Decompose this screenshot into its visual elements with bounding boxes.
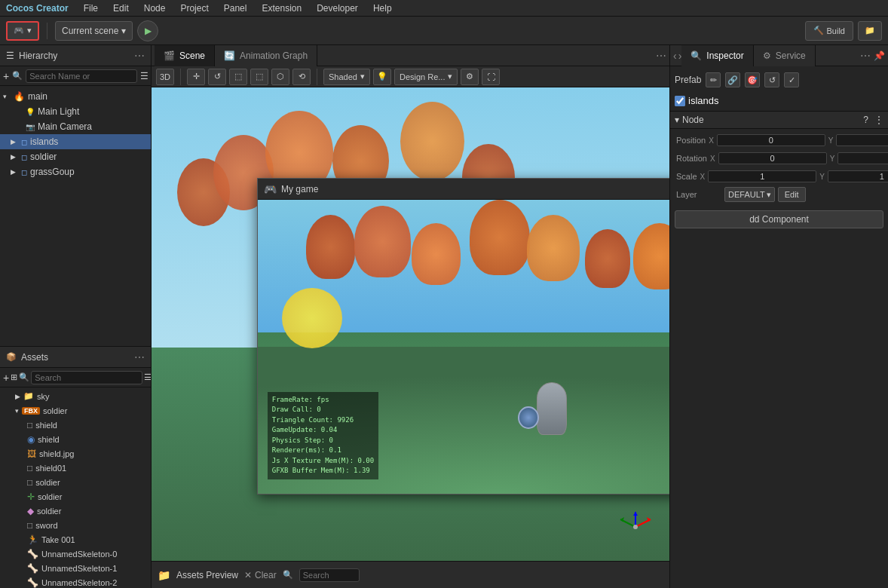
tab-scene[interactable]: 🎬 Scene: [155, 45, 215, 66]
tab-service[interactable]: ⚙ Service: [754, 45, 816, 66]
tree-item-label: islands: [30, 136, 58, 147]
design-res-select[interactable]: Design Re... ▾: [394, 69, 458, 85]
hierarchy-menu-button[interactable]: ⋯: [134, 50, 145, 62]
assets-layout-icon[interactable]: ⊞: [11, 372, 17, 382]
3d-toggle-button[interactable]: 3D: [156, 69, 174, 85]
asset-item-sword[interactable]: □ sword: [0, 518, 151, 532]
menu-file[interactable]: File: [81, 2, 101, 15]
rotation-x-input[interactable]: [718, 152, 827, 164]
prefab-refresh-button[interactable]: ↺: [764, 72, 779, 87]
game-canvas[interactable]: FrameRate: fps Draw Call: 0 Triangle Cou…: [258, 200, 669, 494]
scale-tool-button[interactable]: ⬚: [229, 69, 247, 85]
hierarchy-add-icon[interactable]: +: [3, 70, 9, 82]
tree-item-main-camera[interactable]: 📷 Main Camera: [0, 119, 151, 134]
rect-tool-button[interactable]: ⬚: [250, 69, 268, 85]
scene-view[interactable]: 🎮 My game ─ □ ✕: [152, 87, 669, 561]
menu-developer[interactable]: Developer: [314, 2, 361, 15]
light-toggle-button[interactable]: 💡: [373, 69, 391, 85]
asset-item-shield-jpg[interactable]: 🖼 shield.jpg: [0, 446, 151, 461]
tree-item-main-light[interactable]: 💡 Main Light: [0, 104, 151, 119]
scale-icon: ⬚: [234, 72, 242, 81]
position-y-input[interactable]: [836, 134, 888, 146]
shading-select[interactable]: Shaded ▾: [323, 69, 370, 85]
tab-inspector[interactable]: 🔍 Inspector: [681, 45, 753, 66]
asset-item-unnamed1[interactable]: 🦴 UnnamedSkeleton-1: [0, 561, 151, 575]
settings-button[interactable]: ⚙: [461, 69, 479, 85]
scene-tabs-menu-button[interactable]: ⋯: [656, 50, 666, 62]
fullscreen-button[interactable]: ⛶: [482, 69, 500, 85]
pin-icon[interactable]: 📌: [874, 51, 885, 61]
scene-selector[interactable]: Current scene ▾: [55, 21, 133, 41]
menu-panel[interactable]: Panel: [221, 2, 250, 15]
main-node-icon: 🔥: [14, 91, 25, 102]
prefab-edit-button[interactable]: ✏: [706, 72, 721, 87]
game-tree-1: [306, 215, 355, 279]
layer-value: DEFAULT: [728, 190, 765, 199]
game-tree-3: [412, 223, 461, 285]
menu-extension[interactable]: Extension: [259, 2, 305, 15]
node-section-menu[interactable]: ⋮: [874, 115, 883, 125]
snap-tool-button[interactable]: ⟲: [292, 69, 311, 85]
position-x-input[interactable]: [717, 134, 825, 146]
tree-item-islands[interactable]: ▶ ◻ islands: [0, 134, 151, 149]
asset-item-take001[interactable]: 🏃 Take 001: [0, 532, 151, 547]
assets-preview-search[interactable]: [299, 568, 360, 582]
rotate-tool-button[interactable]: ↺: [208, 69, 226, 85]
game-mode-button[interactable]: 🎮 ▾: [6, 21, 39, 41]
hierarchy-list-icon[interactable]: ☰: [140, 71, 149, 81]
add-component-button[interactable]: dd Component: [675, 210, 883, 228]
asset-item-soldier3[interactable]: ◆ soldier: [0, 504, 151, 518]
prefab-check-button[interactable]: ✓: [784, 72, 799, 87]
assets-list-view-icon[interactable]: ☰: [144, 372, 152, 382]
scale-x-input[interactable]: [708, 170, 816, 182]
refresh-icon: ↺: [769, 75, 776, 85]
play-button[interactable]: ▶: [137, 20, 158, 41]
layer-edit-button[interactable]: Edit: [778, 187, 806, 202]
game-window-title: My game: [281, 184, 669, 194]
rotation-y-input[interactable]: [837, 152, 888, 164]
layer-select[interactable]: DEFAULT ▾: [724, 187, 775, 202]
prefab-link-button[interactable]: 🔗: [725, 72, 740, 87]
asset-item-shield2[interactable]: ◉ shield: [0, 432, 151, 446]
asset-item-unnamed0[interactable]: 🦴 UnnamedSkeleton-0: [0, 547, 151, 561]
node-visible-checkbox[interactable]: [675, 96, 685, 106]
asset-item-soldier1[interactable]: □ soldier: [0, 475, 151, 489]
rotation-label: Rotation: [676, 154, 707, 163]
help-icon[interactable]: ?: [863, 115, 868, 125]
material-icon: ◆: [27, 506, 34, 516]
snap-icon: ⟲: [299, 72, 305, 81]
asset-item-unnamed2[interactable]: 🦴 UnnamedSkeleton-2: [0, 575, 151, 588]
asset-item-shield01[interactable]: □ shield01: [0, 461, 151, 475]
inspector-back-button[interactable]: ‹: [673, 50, 677, 62]
transform-tool-button[interactable]: ⬡: [271, 69, 289, 85]
hierarchy-search-input[interactable]: [26, 69, 137, 83]
main-camera-icon: 📷: [26, 123, 35, 131]
clear-button[interactable]: ✕ Clear: [244, 570, 277, 580]
toolbar-sep: [180, 69, 181, 85]
translate-tool-button[interactable]: ✛: [187, 69, 205, 85]
menu-project[interactable]: Project: [177, 2, 211, 15]
menu-node[interactable]: Node: [141, 2, 169, 15]
prefab-locate-button[interactable]: 🎯: [745, 72, 760, 87]
asset-item-soldier-fbx[interactable]: ▾ FBX soldier: [0, 403, 151, 418]
asset-item-soldier2[interactable]: ✛ soldier: [0, 489, 151, 504]
build-button[interactable]: 🔨 Build: [805, 21, 853, 41]
tree-item-soldier[interactable]: ▶ ◻ soldier: [0, 149, 151, 164]
tab-anim-graph[interactable]: 🔄 Animation Graph: [215, 45, 317, 66]
tree-item-label: main: [28, 91, 47, 102]
folder-button[interactable]: 📁: [858, 21, 882, 41]
node-section-arrow[interactable]: ▾: [675, 115, 679, 125]
scale-y-input[interactable]: [828, 170, 888, 182]
asset-item-shield1[interactable]: □ shield: [0, 418, 151, 432]
node-name-label: islands: [688, 95, 718, 106]
tree-item-main[interactable]: ▾ 🔥 main: [0, 89, 151, 104]
assets-search-input[interactable]: [31, 371, 142, 384]
tree-item-grassgoup[interactable]: ▶ ◻ grassGoup: [0, 164, 151, 179]
menu-edit[interactable]: Edit: [110, 2, 132, 15]
inspector-menu-button[interactable]: ⋯: [860, 50, 871, 62]
asset-item-sky[interactable]: ▶ 📁 sky: [0, 389, 151, 403]
menu-help[interactable]: Help: [370, 2, 395, 15]
assets-add-icon[interactable]: +: [3, 372, 9, 384]
gizmo-svg: [617, 508, 654, 546]
assets-menu-button[interactable]: ⋯: [134, 351, 145, 363]
